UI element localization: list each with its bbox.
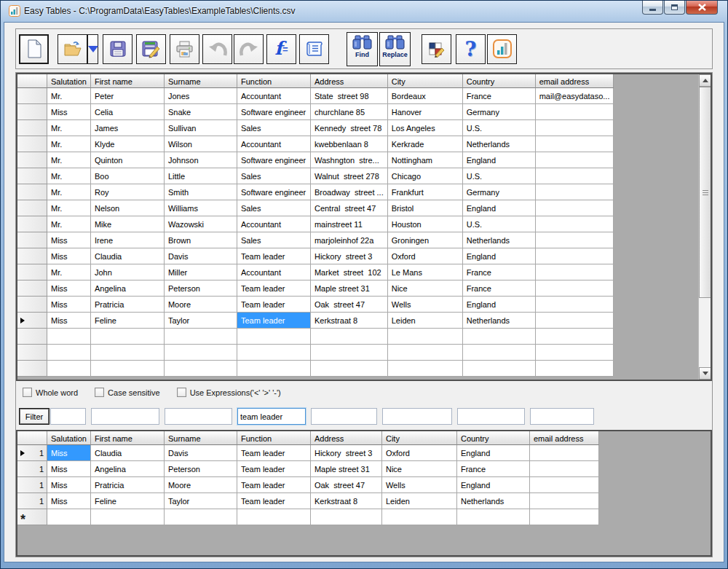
- cell[interactable]: Accountant: [237, 136, 311, 152]
- cell[interactable]: [536, 200, 614, 216]
- cell[interactable]: Williams: [165, 200, 237, 216]
- column-header[interactable]: email address: [536, 74, 614, 88]
- column-header[interactable]: email address: [530, 431, 599, 445]
- cell[interactable]: Pratricia: [91, 477, 165, 493]
- cell[interactable]: Team leader: [237, 248, 311, 264]
- redo-button[interactable]: [234, 34, 264, 64]
- cell[interactable]: England: [463, 248, 536, 264]
- edit-button[interactable]: [422, 34, 451, 64]
- cell[interactable]: [536, 120, 614, 136]
- cell[interactable]: Chicago: [388, 168, 463, 184]
- cell[interactable]: Mr.: [47, 120, 91, 136]
- cell[interactable]: Netherlands: [463, 136, 536, 152]
- cell[interactable]: churchlane 85: [311, 104, 388, 120]
- cell[interactable]: Miss: [47, 477, 91, 493]
- cell[interactable]: Netherlands: [463, 313, 536, 329]
- column-header[interactable]: Address: [311, 431, 382, 445]
- cell[interactable]: [457, 509, 530, 525]
- row-header[interactable]: [17, 104, 47, 120]
- cell[interactable]: Hanover: [388, 104, 463, 120]
- cell[interactable]: Sullivan: [165, 120, 237, 136]
- cell[interactable]: Sales: [237, 168, 311, 184]
- cell[interactable]: Angelina: [91, 461, 165, 477]
- cell[interactable]: [536, 280, 614, 297]
- cell[interactable]: John: [91, 264, 165, 280]
- cell[interactable]: Miss: [47, 248, 91, 264]
- cell[interactable]: Wells: [388, 297, 463, 313]
- cell[interactable]: U.S.: [463, 120, 536, 136]
- cell[interactable]: [536, 136, 614, 152]
- cell[interactable]: Taylor: [165, 493, 237, 509]
- cell[interactable]: Mr.: [47, 136, 91, 152]
- cell[interactable]: Miss: [47, 280, 91, 297]
- cell[interactable]: [91, 509, 165, 525]
- case-sensitive-checkbox[interactable]: [95, 388, 104, 397]
- close-button[interactable]: [686, 1, 718, 15]
- cell[interactable]: Team leader: [237, 313, 311, 329]
- grid-corner[interactable]: [17, 431, 47, 445]
- replace-button[interactable]: Replace: [379, 32, 411, 66]
- column-header[interactable]: Salutation: [47, 431, 91, 445]
- cell[interactable]: Nottingham: [388, 152, 463, 168]
- cell[interactable]: [530, 509, 599, 525]
- print-button[interactable]: [170, 34, 199, 64]
- cell[interactable]: France: [457, 461, 530, 477]
- filter-input-surname[interactable]: [165, 408, 232, 425]
- cell[interactable]: Accountant: [237, 88, 311, 104]
- cell[interactable]: France: [463, 88, 536, 104]
- cell[interactable]: Kerkstraat 8: [311, 493, 382, 509]
- cell[interactable]: Johnson: [165, 152, 237, 168]
- cell[interactable]: Nelson: [91, 200, 165, 216]
- cell[interactable]: [530, 461, 599, 477]
- cell[interactable]: [237, 509, 311, 525]
- cell[interactable]: Market street 102: [311, 264, 388, 280]
- cell[interactable]: Moore: [165, 477, 237, 493]
- cell[interactable]: Little: [165, 168, 237, 184]
- row-header[interactable]: [17, 280, 47, 297]
- cell[interactable]: Mr.: [47, 152, 91, 168]
- cell[interactable]: [536, 216, 614, 232]
- cell[interactable]: Mr.: [47, 264, 91, 280]
- cell[interactable]: Kerkrade: [388, 136, 463, 152]
- find-button[interactable]: Find: [347, 32, 378, 66]
- open-button[interactable]: [58, 34, 87, 64]
- cell[interactable]: Walnut street 278: [311, 168, 388, 184]
- save-as-button[interactable]: [136, 34, 166, 64]
- cell[interactable]: Groningen: [388, 232, 463, 248]
- cell[interactable]: Leiden: [382, 493, 457, 509]
- cell[interactable]: Celia: [91, 104, 165, 120]
- cell[interactable]: Kennedy street 78: [311, 120, 388, 136]
- cell[interactable]: Klyde: [91, 136, 165, 152]
- cell[interactable]: U.S.: [463, 168, 536, 184]
- whole-word-checkbox[interactable]: [23, 388, 32, 397]
- grid-corner[interactable]: [17, 74, 47, 88]
- cell[interactable]: [536, 297, 614, 313]
- cell[interactable]: Quinton: [91, 152, 165, 168]
- cell[interactable]: Wilson: [165, 136, 237, 152]
- cell[interactable]: Netherlands: [463, 232, 536, 248]
- row-header[interactable]: [17, 313, 47, 329]
- cell[interactable]: [165, 509, 237, 525]
- cell[interactable]: Jones: [165, 88, 237, 104]
- cell[interactable]: England: [457, 445, 530, 461]
- cell[interactable]: Roy: [91, 184, 165, 200]
- maximize-button[interactable]: [664, 1, 685, 15]
- cell[interactable]: Houston: [388, 216, 463, 232]
- row-header[interactable]: [17, 216, 47, 232]
- row-header[interactable]: [17, 120, 47, 136]
- cell[interactable]: Team leader: [237, 297, 311, 313]
- cell[interactable]: England: [463, 200, 536, 216]
- cell[interactable]: [530, 477, 599, 493]
- column-header[interactable]: First name: [91, 74, 165, 88]
- row-header[interactable]: [17, 200, 47, 216]
- row-header[interactable]: 1: [17, 461, 47, 477]
- use-expressions-checkbox[interactable]: [177, 388, 186, 397]
- column-header[interactable]: Salutation: [47, 74, 91, 88]
- scrollbar-thumb[interactable]: [699, 87, 711, 298]
- undo-button[interactable]: [202, 34, 232, 64]
- cell[interactable]: Peterson: [165, 280, 237, 297]
- cell[interactable]: Feline: [91, 313, 165, 329]
- column-header[interactable]: Function: [237, 431, 311, 445]
- cell[interactable]: Accountant: [237, 216, 311, 232]
- cell[interactable]: England: [463, 297, 536, 313]
